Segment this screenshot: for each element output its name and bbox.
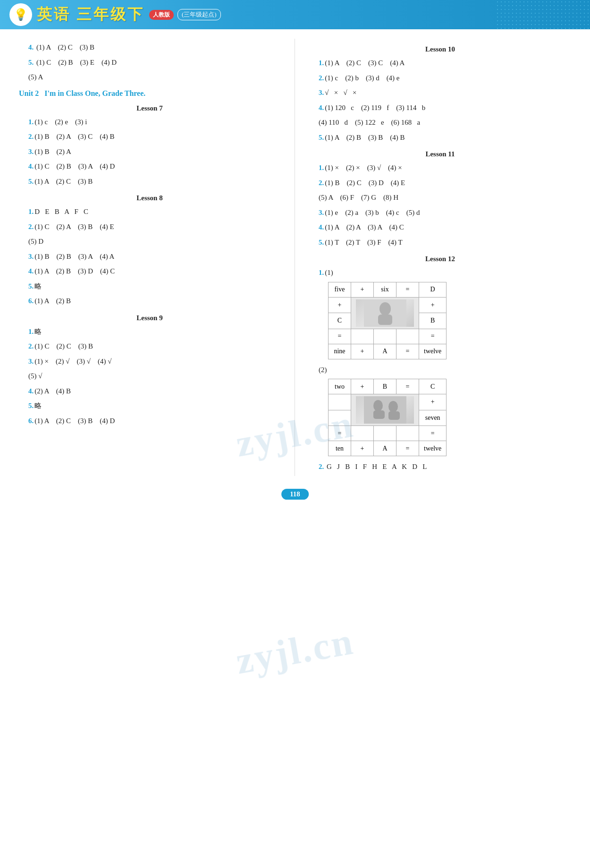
- l7-a4: 4.(1) C (2) B (3) A (4) D: [28, 161, 280, 173]
- l8-a2: 2.(1) C (2) A (3) B (4) E: [28, 221, 280, 233]
- svg-point-1: [379, 302, 391, 315]
- l7-a3: 3.(1) B (2) A: [28, 146, 280, 158]
- table-cell: +: [351, 379, 374, 394]
- table-cell: +: [329, 297, 351, 313]
- l12-a2: 2. G J B I F H E A K D L: [319, 461, 571, 473]
- table-row: nine + A = twelve: [329, 344, 447, 359]
- l10-a2: 2.(1) c (2) b (3) d (4) e: [319, 72, 571, 85]
- unit-2-title: Unit 2 I'm in Class One, Grade Three.: [19, 89, 280, 98]
- table-cell: A: [374, 344, 396, 359]
- table-cell: [396, 426, 419, 441]
- table-cell: twelve: [419, 344, 447, 359]
- table-cell: +: [351, 282, 374, 297]
- table-cell: =: [396, 441, 419, 456]
- table-row: = =: [329, 426, 447, 441]
- table-cell: +: [419, 297, 447, 313]
- lesson-7-title: Lesson 7: [19, 104, 280, 112]
- lesson-8-title: Lesson 8: [19, 194, 280, 202]
- l9-a3b: (5) √: [28, 370, 280, 383]
- right-column: Lesson 10 1.(1) A (2) C (3) C (4) A 2.(1…: [295, 39, 571, 476]
- table-cell: nine: [329, 344, 351, 359]
- l9-a1: 1.略: [28, 326, 280, 338]
- intro-answer-5b: (5) A: [28, 71, 280, 84]
- l9-a6: 6.(1) A (2) C (3) B (4) D: [28, 415, 280, 427]
- l10-a3: 3.√ × √ ×: [319, 87, 571, 99]
- table-cell: =: [396, 379, 419, 394]
- header-sub: (三年级起点): [177, 9, 221, 20]
- lesson-11-title: Lesson 11: [309, 150, 571, 158]
- table-row: +: [329, 394, 447, 410]
- l7-a5: 5.(1) A (2) C (3) B: [28, 176, 280, 188]
- l8-a5: 5.略: [28, 281, 280, 293]
- header-bulb-icon: 💡: [9, 3, 32, 26]
- l10-a1: 1.(1) A (2) C (3) C (4) A: [319, 57, 571, 69]
- watermark2: zyjl.cn: [233, 620, 357, 682]
- table-cell: six: [374, 282, 396, 297]
- header-badge: 人教版: [149, 10, 174, 20]
- l11-a4: 4.(1) A (2) A (3) A (4) C: [319, 221, 571, 234]
- table-cell: ten: [329, 441, 351, 456]
- table-cell: =: [329, 329, 351, 344]
- table-cell: +: [419, 394, 447, 410]
- table-cell: =: [419, 329, 447, 344]
- left-column: 4. (1) A (2) C (3) B 5. (1) C (2) B (3) …: [19, 39, 295, 476]
- page-header: 💡 英语 三年级下 人教版 (三年级起点): [0, 0, 590, 29]
- table-cell: [351, 329, 374, 344]
- table-image-cell2: [351, 394, 419, 426]
- table-cell: twelve: [419, 441, 447, 456]
- table-cell: +: [351, 344, 374, 359]
- table-cell: [374, 426, 396, 441]
- table-cell: [329, 394, 351, 410]
- table-cell: [396, 329, 419, 344]
- page-number-container: 118: [0, 495, 590, 509]
- svg-point-4: [373, 400, 383, 411]
- l10-a4b: (4) 110 d (5) 122 e (6) 168 a: [319, 117, 571, 129]
- l12-label2: (2): [319, 364, 571, 376]
- svg-rect-3: [364, 396, 406, 424]
- table-cell: =: [419, 426, 447, 441]
- l11-a1: 1.(1) × (2) × (3) √ (4) ×: [319, 162, 571, 174]
- table-row: ten + A = twelve: [329, 441, 447, 456]
- image-placeholder2: [356, 396, 414, 424]
- table-row: = =: [329, 329, 447, 344]
- lesson-10-title: Lesson 10: [309, 45, 571, 53]
- table-row: five + six = D: [329, 282, 447, 297]
- l12-label1: 1.(1): [319, 267, 571, 279]
- l8-a6: 6.(1) A (2) B: [28, 295, 280, 307]
- page-number: 118: [281, 489, 309, 500]
- table-cell: =: [396, 344, 419, 359]
- lesson12-table2: two + B = C: [328, 379, 447, 456]
- l11-a2: 2.(1) B (2) C (3) D (4) E: [319, 177, 571, 189]
- image-placeholder: [356, 299, 414, 327]
- l10-a4: 4.(1) 120 c (2) 119 f (3) 114 b: [319, 102, 571, 114]
- svg-rect-7: [388, 411, 400, 420]
- table-cell: two: [329, 379, 351, 394]
- table-cell: C: [329, 313, 351, 329]
- l8-a4: 4.(1) A (2) B (3) D (4) C: [28, 265, 280, 278]
- lesson12-table1-container: five + six = D +: [319, 282, 571, 359]
- l9-a3: 3.(1) × (2) √ (3) √ (4) √: [28, 356, 280, 368]
- intro-answer-4: 4. (1) A (2) C (3) B: [28, 42, 280, 54]
- table-cell: +: [351, 441, 374, 456]
- table-cell: five: [329, 282, 351, 297]
- table-cell: D: [419, 282, 447, 297]
- l9-a2: 2.(1) C (2) C (3) B: [28, 340, 280, 353]
- l7-a2: 2.(1) B (2) A (3) C (4) B: [28, 131, 280, 143]
- table-cell: [374, 329, 396, 344]
- lesson-9-title: Lesson 9: [19, 314, 280, 322]
- table-cell: =: [329, 426, 351, 441]
- lesson12-table2-container: two + B = C: [319, 379, 571, 456]
- l11-a3: 3.(1) e (2) a (3) b (4) c (5) d: [319, 207, 571, 219]
- table-cell: seven: [419, 410, 447, 426]
- l11-a2b: (5) A (6) F (7) G (8) H: [319, 192, 571, 204]
- table-cell: B: [374, 379, 396, 394]
- table-cell: =: [396, 282, 419, 297]
- table-image-cell: [351, 297, 419, 329]
- lesson-12-title: Lesson 12: [309, 255, 571, 263]
- table-cell: B: [419, 313, 447, 329]
- intro-answer-5: 5. (1) C (2) B (3) E (4) D: [28, 57, 280, 69]
- table-cell: [329, 410, 351, 426]
- header-title: 英语 三年级下: [37, 4, 144, 25]
- l11-a5: 5.(1) T (2) T (3) F (4) T: [319, 237, 571, 249]
- svg-point-6: [388, 401, 398, 412]
